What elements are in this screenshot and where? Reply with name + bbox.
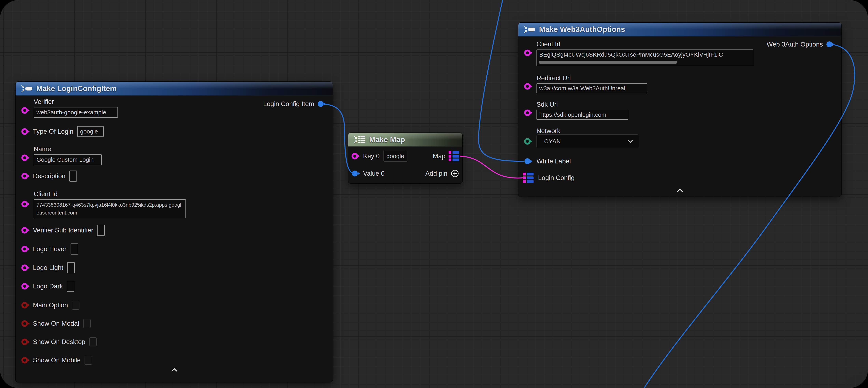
make-struct-icon: ↘↗	[21, 84, 32, 93]
client-id-input[interactable]: 774338308167-q463s7kpvja16l4l0kko3nb925i…	[34, 199, 186, 218]
logo-light-input[interactable]	[67, 262, 75, 273]
wire-offscreen-to-white-label[interactable]	[478, 0, 524, 161]
network-pin[interactable]	[524, 138, 533, 145]
network-label: Network	[536, 127, 560, 135]
chevron-down-icon	[628, 140, 633, 143]
node-title: Make LoginConfigItem	[36, 84, 117, 93]
sdk-url-input[interactable]	[536, 110, 628, 120]
collapse-node-chevron-icon[interactable]	[677, 189, 683, 192]
login-config-item-output-pin[interactable]	[317, 100, 326, 108]
name-input[interactable]	[34, 154, 102, 165]
key0-input[interactable]	[383, 151, 407, 161]
node-header-make-web3authoptions[interactable]: ↘↗ Make Web3AuthOptions	[518, 23, 841, 36]
logo-hover-input[interactable]	[70, 243, 78, 255]
node-header-make-loginconfigitem[interactable]: ↘↗ Make LoginConfigItem	[16, 82, 333, 96]
show-on-desktop-checkbox[interactable]	[89, 337, 97, 347]
type-of-login-label: Type Of Login	[33, 128, 73, 135]
login-config-label: Login Config	[538, 174, 575, 182]
node-header-make-map[interactable]: ↘↗ Make Map	[348, 133, 462, 147]
logo-hover-label: Logo Hover	[33, 245, 67, 253]
node-title: Make Web3AuthOptions	[539, 25, 625, 34]
description-label: Description	[33, 172, 65, 180]
value0-label: Value 0	[363, 170, 384, 177]
sdk-url-label: Sdk Url	[536, 101, 628, 108]
name-pin[interactable]	[21, 154, 30, 162]
node-make-map[interactable]: ↘↗ Make Map Key 0 Map	[348, 133, 462, 183]
wire-map-to-login-config[interactable]	[460, 156, 523, 178]
verifier-label: Verifier	[34, 98, 118, 106]
output-pin-label: Login Config Item	[263, 100, 314, 108]
verifier-sub-identifier-input[interactable]	[97, 225, 105, 236]
verifier-input[interactable]	[34, 107, 118, 118]
map-output-label: Map	[433, 152, 445, 160]
redirect-url-input[interactable]	[536, 83, 647, 93]
client-id-scrollbar[interactable]	[539, 61, 677, 64]
node-make-web3authoptions[interactable]: ↘↗ Make Web3AuthOptions Web 3Auth Option…	[518, 23, 841, 197]
verifier-sub-identifier-label: Verifier Sub Identifier	[33, 227, 93, 234]
redirect-url-pin[interactable]	[524, 82, 533, 90]
verifier-pin[interactable]	[21, 107, 30, 114]
logo-dark-label: Logo Dark	[33, 282, 63, 290]
collapse-node-chevron-icon[interactable]	[171, 368, 177, 371]
name-label: Name	[34, 145, 102, 153]
add-pin-icon[interactable]	[451, 169, 459, 178]
show-on-modal-label: Show On Modal	[33, 320, 79, 327]
blueprint-graph-canvas[interactable]: ↘↗ Make LoginConfigItem Login Config Ite…	[0, 0, 868, 388]
type-of-login-input[interactable]	[77, 126, 104, 137]
add-pin-label: Add pin	[425, 170, 447, 177]
logo-dark-input[interactable]	[67, 281, 74, 292]
show-on-desktop-label: Show On Desktop	[33, 338, 85, 346]
redirect-url-label: Redirect Url	[536, 74, 647, 82]
main-option-label: Main Option	[33, 301, 68, 309]
make-map-icon: ↘↗	[353, 135, 365, 144]
description-input[interactable]	[69, 171, 77, 182]
main-option-checkbox[interactable]	[72, 301, 80, 310]
client-id-label: Client Id	[34, 190, 186, 198]
white-label-label: White Label	[536, 157, 571, 165]
node-title: Make Map	[369, 136, 405, 144]
node-make-loginconfigitem[interactable]: ↘↗ Make LoginConfigItem Login Config Ite…	[16, 82, 333, 382]
client-id-input[interactable]: BEglQSgt4cUWcj6SKRdu5QkOXTsePmMcusG5EAoy…	[536, 50, 753, 66]
network-dropdown[interactable]: CYAN	[536, 135, 639, 148]
make-struct-icon: ↘↗	[524, 25, 535, 34]
client-id-pin[interactable]	[21, 200, 30, 208]
show-on-mobile-checkbox[interactable]	[85, 356, 92, 365]
client-id-label: Client Id	[536, 40, 753, 48]
map-output-pin[interactable]	[448, 151, 459, 162]
logo-light-label: Logo Light	[33, 264, 63, 271]
client-id-pin[interactable]	[524, 49, 533, 57]
show-on-modal-checkbox[interactable]	[83, 319, 91, 328]
key0-label: Key 0	[363, 152, 380, 160]
show-on-mobile-label: Show On Mobile	[33, 356, 81, 364]
sdk-url-pin[interactable]	[524, 109, 533, 117]
output-pin-label: Web 3Auth Options	[767, 40, 823, 48]
